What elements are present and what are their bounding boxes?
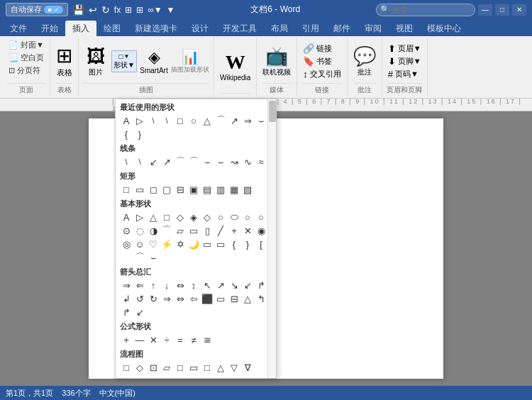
shape-item[interactable]: ⇒	[120, 279, 133, 291]
shape-item[interactable]: ▯	[201, 224, 214, 237]
shape-item[interactable]: ▣	[187, 183, 200, 196]
tab-view[interactable]: 视图	[389, 21, 420, 36]
shape-item[interactable]: ▽	[228, 361, 240, 374]
page-break-button[interactable]: ⊡ 分页符	[7, 65, 45, 77]
undo-icon[interactable]: ↩	[89, 4, 97, 16]
shape-item[interactable]: ⊟	[228, 292, 240, 305]
shape-item[interactable]: ⬛	[201, 292, 214, 305]
tab-mailings[interactable]: 邮件	[326, 21, 358, 36]
shape-item[interactable]: ↘	[228, 279, 240, 291]
shape-item[interactable]: ▭	[133, 183, 146, 196]
wikipedia-button[interactable]: W Wikipedia	[220, 39, 250, 93]
shape-item[interactable]: ⌒	[214, 114, 227, 127]
shape-item[interactable]: ▭	[214, 292, 227, 305]
insert-chart-button[interactable]: 📊 插图加载形状	[171, 48, 209, 74]
shape-item[interactable]: ↲	[120, 292, 133, 305]
shape-item[interactable]: \	[160, 114, 173, 127]
shape-item[interactable]: ∇	[241, 361, 254, 374]
shape-item[interactable]: ✕	[241, 224, 254, 237]
shape-item[interactable]: ⬭	[228, 211, 240, 223]
tab-design[interactable]: 设计	[184, 21, 216, 36]
shape-item[interactable]: ≈	[255, 155, 267, 168]
smartart-button[interactable]: ◈ SmartArt	[140, 48, 168, 74]
shape-item[interactable]: ▢	[160, 183, 173, 196]
shape-item[interactable]: ○	[187, 114, 200, 127]
shape-item[interactable]: ☺	[133, 238, 146, 250]
online-video-button[interactable]: 📺 联机视频	[262, 39, 291, 83]
shape-item[interactable]: ↙	[241, 279, 254, 291]
shape-item[interactable]: ↓	[160, 279, 173, 291]
autosave-toggle[interactable]: ● ✓	[44, 6, 63, 13]
shape-item[interactable]: ↕	[187, 279, 200, 291]
shape-item[interactable]: ↖	[201, 279, 214, 291]
tab-review[interactable]: 审阅	[358, 21, 389, 36]
shape-item[interactable]: ▭	[187, 361, 200, 374]
search-input[interactable]	[376, 4, 475, 16]
maximize-button[interactable]: □	[495, 4, 509, 16]
shape-item[interactable]: \	[133, 155, 146, 168]
shape-item[interactable]: ⌣	[201, 155, 214, 168]
shape-item[interactable]: ◑	[147, 224, 160, 237]
shape-item[interactable]: ↰	[255, 292, 267, 305]
close-button[interactable]: ✕	[512, 4, 526, 16]
shape-item[interactable]: ◈	[187, 211, 200, 223]
shape-item[interactable]: □	[201, 361, 214, 374]
shape-item[interactable]: ○	[255, 211, 267, 223]
shape-item[interactable]: ⌣	[147, 251, 160, 264]
shape-item[interactable]: ≅	[201, 333, 214, 346]
tab-draw[interactable]: 绘图	[96, 21, 128, 36]
dropdown-scrollbar[interactable]	[267, 99, 276, 378]
shape-item[interactable]: □	[174, 361, 187, 374]
shape-item[interactable]: ↱	[120, 306, 133, 318]
shape-item[interactable]: ⌒	[160, 224, 173, 237]
shape-item[interactable]: ◎	[120, 238, 133, 250]
footer-button[interactable]: ⬇ 页脚▼	[387, 55, 423, 67]
shape-item[interactable]: ▱	[174, 224, 187, 237]
scrollbar-thumb[interactable]	[269, 101, 276, 122]
tab-templates[interactable]: 模板中心	[420, 21, 468, 36]
shape-item[interactable]: [	[255, 238, 267, 250]
tab-developer[interactable]: 开发工具	[216, 21, 264, 36]
formula-icon[interactable]: ⊞	[125, 5, 132, 15]
shape-item[interactable]: ○	[241, 211, 254, 223]
shape-item[interactable]: ↗	[228, 114, 240, 127]
shape-item[interactable]: ↝	[228, 155, 240, 168]
shape-item[interactable]: □	[120, 183, 133, 196]
blank-page-button[interactable]: 📃 空白页	[7, 52, 45, 64]
shape-item[interactable]: \	[147, 114, 160, 127]
shape-item[interactable]: ▱	[160, 361, 173, 374]
shape-item[interactable]: A	[120, 211, 133, 223]
shape-item[interactable]: ⇐	[133, 279, 146, 291]
tab-layout[interactable]: 布局	[264, 21, 295, 36]
shape-item[interactable]: ▭	[201, 238, 214, 250]
picture-button[interactable]: 🖼 图片	[83, 45, 109, 77]
shape-item[interactable]: ↗	[214, 279, 227, 291]
infinity-icon[interactable]: ∞▼	[148, 5, 162, 15]
shape-item[interactable]: {	[120, 128, 133, 140]
shape-item[interactable]: ⇔	[174, 279, 187, 291]
comment-button[interactable]: 💬 批注	[353, 39, 376, 83]
shape-item[interactable]: ↻	[147, 292, 160, 305]
shape-item[interactable]: ◇	[133, 361, 146, 374]
shape-item[interactable]: △	[147, 211, 160, 223]
shape-item[interactable]: =	[174, 333, 187, 346]
minimize-button[interactable]: —	[478, 4, 492, 16]
shape-item[interactable]: ⇦	[187, 292, 200, 305]
shape-item[interactable]: ∿	[241, 155, 254, 168]
table-button[interactable]: ⊞ 表格	[56, 39, 72, 83]
shape-item[interactable]: ⌣	[214, 155, 227, 168]
shape-item[interactable]: A	[120, 114, 133, 127]
shape-item[interactable]: +	[120, 333, 133, 346]
shape-item[interactable]: ✕	[147, 333, 160, 346]
shape-item[interactable]: ╱	[214, 224, 227, 237]
more-tools-icon[interactable]: ⊞	[136, 5, 143, 15]
shape-item[interactable]: ○	[214, 211, 227, 223]
tab-references[interactable]: 引用	[295, 21, 326, 36]
shape-item[interactable]: ↺	[133, 292, 146, 305]
shape-item[interactable]: ▭	[187, 224, 200, 237]
link-button[interactable]: 🔗 链接	[301, 43, 343, 55]
shape-item[interactable]: ▭	[214, 238, 227, 250]
shape-item[interactable]: }	[241, 238, 254, 250]
shape-item[interactable]: ↱	[255, 279, 267, 291]
shape-item[interactable]: {	[228, 238, 240, 250]
